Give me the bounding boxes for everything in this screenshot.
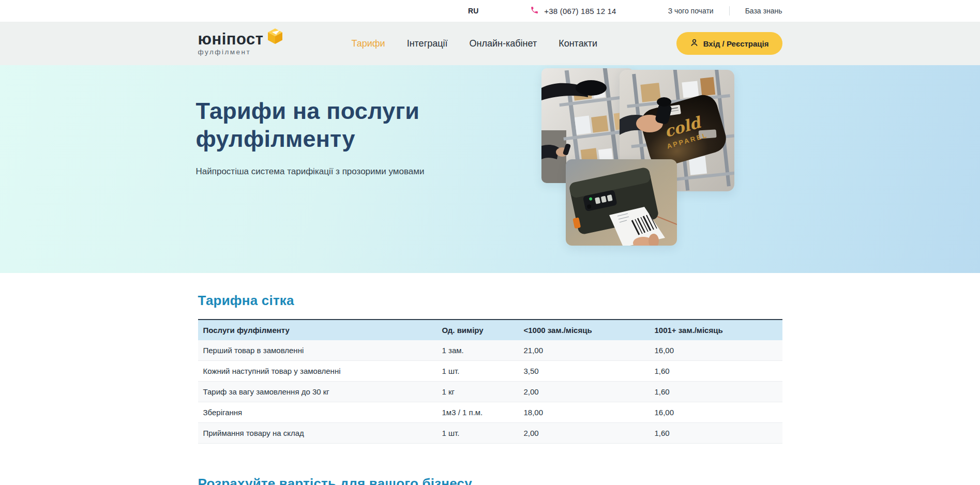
table-cell: 16,00	[650, 402, 782, 423]
login-button[interactable]: Вхід / Реєстрація	[676, 32, 782, 55]
phone-number[interactable]: +38 (067) 185 12 14	[544, 7, 616, 16]
table-row: Приймання товару на склад1 шт.2,001,60	[198, 423, 782, 444]
language-switcher[interactable]: RU	[468, 7, 478, 15]
column-header: Послуги фулфілменту	[198, 320, 437, 340]
pricing-heading: Тарифна сітка	[198, 293, 782, 309]
table-cell: 1 зам.	[437, 340, 519, 361]
table-cell: 1,60	[650, 382, 782, 402]
topbar-divider	[729, 6, 730, 16]
nav-item-1[interactable]: Тарифи	[352, 38, 385, 49]
column-header: <1000 зам./місяць	[519, 320, 650, 340]
table-cell: 1,60	[650, 361, 782, 382]
logo[interactable]: юніпост фулфілмент	[198, 31, 284, 56]
main-content: Тарифна сітка Послуги фулфілментуОд. вим…	[0, 273, 980, 485]
hero-section: Тарифи на послуги фулфілменту Найпростіш…	[0, 65, 980, 273]
table-cell: Кожний наступний товар у замовленні	[198, 361, 437, 382]
table-cell: Перший товар в замовленні	[198, 340, 437, 361]
table-cell: 1 кг	[437, 382, 519, 402]
login-button-label: Вхід / Реєстрація	[703, 39, 769, 48]
table-row: Перший товар в замовленні1 зам.21,0016,0…	[198, 340, 782, 361]
table-cell: 21,00	[519, 340, 650, 361]
hero-photo-collage: cold APPAREL	[198, 65, 782, 273]
table-cell: 1м3 / 1 п.м.	[437, 402, 519, 423]
table-cell: 3,50	[519, 361, 650, 382]
table-cell: 2,00	[519, 382, 650, 402]
table-row: Тариф за вагу замовлення до 30 кг1 кг2,0…	[198, 382, 782, 402]
table-cell: 16,00	[650, 340, 782, 361]
nav-item-3[interactable]: Онлайн-кабінет	[470, 38, 537, 49]
user-icon	[690, 38, 699, 49]
logo-cube-icon	[266, 27, 284, 48]
link-knowledge-base[interactable]: База знань	[745, 7, 782, 15]
logo-subtitle: фулфілмент	[198, 49, 264, 56]
table-cell: 2,00	[519, 423, 650, 444]
main-nav: ТарифиІнтеграціїОнлайн-кабінетКонтакти	[352, 38, 598, 49]
nav-item-2[interactable]: Інтеграції	[407, 38, 448, 49]
table-cell: Зберігання	[198, 402, 437, 423]
pricing-table-body: Перший товар в замовленні1 зам.21,0016,0…	[198, 340, 782, 444]
logo-title: юніпост	[198, 31, 264, 47]
phone-block[interactable]: +38 (067) 185 12 14	[530, 6, 616, 16]
site-header: юніпост фулфілмент ТарифиІнтеграціїОнлай…	[0, 22, 980, 65]
table-cell: 1 шт.	[437, 361, 519, 382]
topbar: RU +38 (067) 185 12 14 З чого почати Баз…	[0, 0, 980, 22]
nav-item-4[interactable]: Контакти	[559, 38, 597, 49]
table-cell: Приймання товару на склад	[198, 423, 437, 444]
phone-icon	[530, 6, 539, 16]
pricing-table: Послуги фулфілментуОд. виміру<1000 зам./…	[198, 319, 782, 444]
photo-label-printer	[566, 159, 677, 246]
column-header: Од. виміру	[437, 320, 519, 340]
table-cell: Тариф за вагу замовлення до 30 кг	[198, 382, 437, 402]
table-cell: 1 шт.	[437, 423, 519, 444]
table-row: Зберігання1м3 / 1 п.м.18,0016,00	[198, 402, 782, 423]
calculator-heading: Розрахуйте вартість для вашого бізнесу	[198, 476, 782, 485]
pricing-table-head-row: Послуги фулфілментуОд. виміру<1000 зам./…	[198, 320, 782, 340]
table-cell: 1,60	[650, 423, 782, 444]
column-header: 1001+ зам./місяць	[650, 320, 782, 340]
link-how-to-start[interactable]: З чого почати	[668, 7, 714, 15]
table-cell: 18,00	[519, 402, 650, 423]
table-row: Кожний наступний товар у замовленні1 шт.…	[198, 361, 782, 382]
